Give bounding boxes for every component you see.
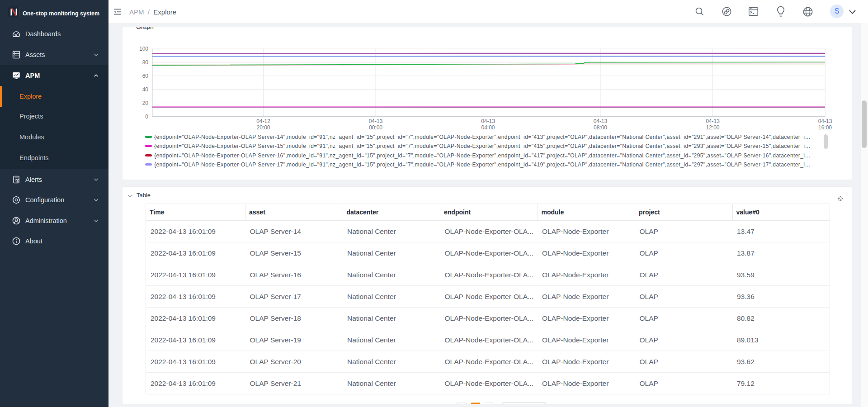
svg-text:0: 0	[145, 114, 148, 120]
svg-text:16:00: 16:00	[818, 124, 832, 131]
svg-text:04:00: 04:00	[481, 124, 495, 131]
svg-text:04-13: 04-13	[594, 118, 608, 124]
svg-text:80: 80	[142, 59, 149, 66]
svg-text:100: 100	[139, 46, 148, 52]
svg-text:60: 60	[142, 73, 149, 79]
svg-text:08:00: 08:00	[594, 124, 607, 131]
svg-text:04-12: 04-12	[256, 118, 270, 124]
svg-text:04-13: 04-13	[818, 118, 832, 124]
svg-text:20:00: 20:00	[256, 124, 270, 131]
svg-text:04-13: 04-13	[369, 118, 383, 124]
svg-text:04-13: 04-13	[481, 118, 495, 124]
svg-text:00:00: 00:00	[369, 124, 382, 131]
svg-text:04-13: 04-13	[706, 118, 720, 124]
svg-text:12:00: 12:00	[706, 124, 719, 131]
svg-text:40: 40	[142, 86, 149, 93]
svg-text:20: 20	[142, 100, 149, 106]
